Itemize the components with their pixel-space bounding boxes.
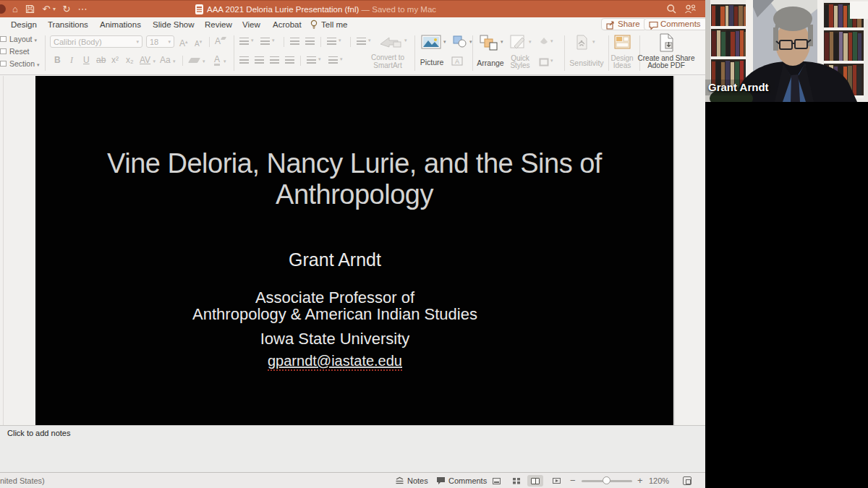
quick-styles-icon[interactable] <box>510 35 527 53</box>
tab-transitions[interactable]: Transitions <box>48 17 88 31</box>
zoom-slider-thumb[interactable] <box>603 476 610 484</box>
quick-styles-dropdown[interactable]: ▾ <box>529 39 532 45</box>
reset-button[interactable]: Reset <box>9 47 29 56</box>
layout-button[interactable]: Layout ▾ <box>9 35 37 43</box>
notes-pane[interactable]: Click to add notes <box>0 425 705 472</box>
align-right-icon[interactable] <box>270 56 279 64</box>
redo-icon[interactable]: ↻ <box>61 1 72 18</box>
align-text-dropdown[interactable]: ▾ <box>368 38 371 43</box>
adobe-pdf-icon[interactable] <box>658 33 675 55</box>
italic-button[interactable]: I <box>70 55 73 66</box>
bold-button[interactable]: B <box>54 55 61 66</box>
line-spacing-icon[interactable] <box>327 38 336 45</box>
presence-people-icon[interactable] <box>684 4 697 17</box>
email-link[interactable]: gparndt@iastate.edu <box>268 353 402 371</box>
zoom-level[interactable]: 120% <box>649 473 669 488</box>
increase-font-button[interactable]: A▴ <box>179 36 188 47</box>
sensitivity-icon[interactable] <box>574 35 589 53</box>
tab-slide-show[interactable]: Slide Show <box>153 17 195 31</box>
bullets-icon[interactable] <box>239 38 249 45</box>
comments-toggle[interactable]: Comments <box>448 473 487 488</box>
change-case-button[interactable]: Aa ▾ <box>160 55 176 66</box>
design-ideas-icon[interactable] <box>614 35 631 52</box>
numbering-dropdown[interactable]: ▾ <box>272 38 275 43</box>
superscript-button[interactable]: x² <box>111 55 119 66</box>
shapes-dropdown[interactable]: ▾ <box>469 39 472 45</box>
strikethrough-button[interactable]: ab <box>96 55 106 66</box>
text-direction-icon[interactable] <box>307 56 316 64</box>
tab-review[interactable]: Review <box>205 17 232 31</box>
clear-formatting-button[interactable]: A <box>215 36 226 47</box>
slide-role-text[interactable]: Associate Professor of Anthropology & Am… <box>35 289 634 322</box>
smartart-dropdown[interactable]: ▾ <box>404 38 407 43</box>
home-icon[interactable]: ⌂ <box>10 1 20 18</box>
font-size-select[interactable]: 18▾ <box>146 35 174 48</box>
line-spacing-dropdown[interactable]: ▾ <box>339 38 341 43</box>
subscript-button[interactable]: x₂ <box>126 55 134 66</box>
align-left-icon[interactable] <box>239 56 249 64</box>
slideshow-view-button[interactable] <box>548 475 564 487</box>
numbering-icon[interactable] <box>260 38 270 45</box>
underline-button[interactable]: U <box>83 55 90 66</box>
notes-toggle-icon[interactable] <box>395 476 404 487</box>
normal-view-button[interactable] <box>488 475 504 487</box>
font-color-dropdown[interactable]: ▾ <box>224 55 226 66</box>
font-color-button[interactable]: A <box>214 55 220 66</box>
shape-fill-dropdown[interactable]: ▾ <box>550 38 553 44</box>
zoom-out-button[interactable]: − <box>570 473 576 488</box>
columns-icon[interactable] <box>328 56 338 64</box>
tab-animations[interactable]: Animations <box>100 17 141 31</box>
decrease-font-button[interactable]: A▾ <box>195 36 202 47</box>
slide-author-text[interactable]: Grant Arndt <box>35 249 634 270</box>
adobe-pdf-label-line2[interactable]: Adobe PDF <box>634 61 699 69</box>
convert-smartart-button-line2[interactable]: SmartArt <box>362 61 414 69</box>
slide-sorter-view-button[interactable] <box>509 475 524 487</box>
zoom-in-button[interactable]: + <box>637 473 643 488</box>
bullets-dropdown[interactable]: ▾ <box>251 38 254 43</box>
highlight-dropdown[interactable]: ▾ <box>203 55 205 66</box>
tab-view[interactable]: View <box>242 17 260 31</box>
decrease-indent-icon[interactable] <box>290 38 299 45</box>
shape-outline-icon[interactable] <box>539 56 549 69</box>
picture-icon[interactable] <box>421 35 441 52</box>
more-commands-icon[interactable]: ⋯ <box>77 1 88 18</box>
text-box-icon[interactable]: A <box>451 56 463 69</box>
shape-outline-dropdown[interactable]: ▾ <box>550 58 553 64</box>
share-button[interactable]: Share <box>601 18 647 30</box>
highlight-color-icon[interactable] <box>188 58 200 63</box>
tab-acrobat[interactable]: Acrobat <box>273 17 302 31</box>
columns-dropdown[interactable]: ▾ <box>340 56 343 62</box>
shapes-icon[interactable] <box>453 35 467 51</box>
arrange-icon[interactable] <box>480 35 498 54</box>
save-icon[interactable] <box>25 4 35 17</box>
fit-slide-to-window-icon[interactable] <box>683 476 692 485</box>
close-window-icon[interactable] <box>0 4 6 14</box>
arrange-dropdown[interactable]: ▾ <box>501 39 503 45</box>
comments-toggle-icon[interactable] <box>436 476 446 487</box>
shape-fill-icon[interactable] <box>539 36 549 49</box>
tell-me-button[interactable]: Tell me <box>321 17 347 31</box>
comments-button[interactable]: Comments <box>644 18 707 30</box>
slide-email-text[interactable]: gparndt@iastate.edu <box>35 353 634 369</box>
language-status[interactable]: nited States) <box>0 473 45 488</box>
picture-dropdown[interactable]: ▾ <box>443 39 446 45</box>
reading-view-button[interactable] <box>527 475 543 487</box>
font-name-select[interactable]: Calibri (Body)▾ <box>50 35 142 48</box>
justify-icon[interactable] <box>285 56 294 64</box>
sensitivity-label[interactable]: Sensitivity <box>565 59 608 67</box>
undo-icon[interactable]: ↶ <box>41 1 51 18</box>
slide-title-text[interactable]: Vine Deloria, Nancy Lurie, and the Sins … <box>35 148 673 210</box>
section-button[interactable]: Section ▾ <box>9 59 39 68</box>
arrange-button-label[interactable]: Arrange <box>475 59 506 67</box>
notes-placeholder[interactable]: Click to add notes <box>7 429 70 437</box>
slide[interactable]: Vine Deloria, Nancy Lurie, and the Sins … <box>35 76 673 425</box>
convert-smartart-button[interactable]: Convert to <box>362 53 414 61</box>
text-direction-dropdown[interactable]: ▾ <box>318 56 321 62</box>
picture-button-label[interactable]: Picture <box>420 58 444 67</box>
align-center-icon[interactable] <box>255 56 264 64</box>
slide-affiliation-text[interactable]: Iowa State University <box>35 330 634 348</box>
increase-indent-icon[interactable] <box>305 38 315 45</box>
quick-styles-label-line2[interactable]: Styles <box>505 61 535 69</box>
search-icon[interactable] <box>666 4 677 17</box>
character-spacing-button[interactable]: AV ▾ <box>140 55 156 66</box>
